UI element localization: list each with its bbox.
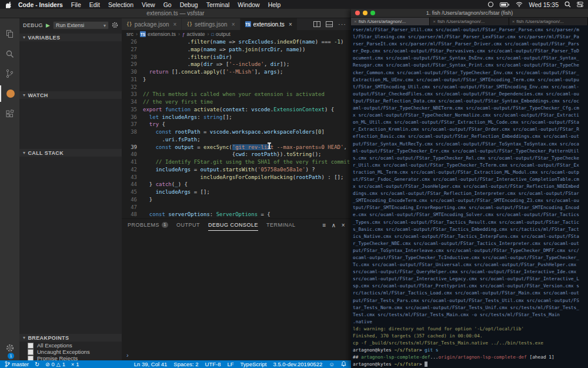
wifi-icon[interactable] (516, 2, 523, 7)
misc-indicator[interactable]: ×1 (71, 361, 79, 367)
section-header-variables[interactable]: ▾VARIABLES (19, 34, 122, 41)
tab-extension-ts[interactable]: TSextension.ts× (240, 18, 298, 30)
tab-package-json[interactable]: {}package.json× (122, 18, 182, 30)
terminal-line: .native (353, 319, 586, 326)
status-item-utf-8[interactable]: UTF-8 (205, 361, 221, 367)
terminal-tab-1[interactable]: ×fish /Users/artagnon/... (351, 18, 430, 25)
spotlight-icon[interactable] (564, 1, 571, 8)
sync-button[interactable]: ↻ (35, 361, 39, 367)
sidebar-title: DEBUG (23, 22, 43, 28)
menu-item-selection[interactable]: Selection (104, 1, 138, 8)
toggle-panel-icon[interactable] (326, 19, 333, 29)
checkbox[interactable] (28, 343, 34, 349)
section-header-breakpoints[interactable]: ▾BREAKPOINTS (19, 334, 122, 342)
close-icon[interactable]: × (433, 19, 436, 24)
editor-tabbar: {}package.json×{}settings.json×TSextensi… (122, 18, 351, 30)
more-actions-icon[interactable]: ··· (338, 21, 346, 28)
status-item-3-5-0-dev-20190522[interactable]: 3.5.0-dev.20190522 (273, 361, 322, 367)
configure-gear-icon[interactable] (112, 20, 118, 31)
close-icon[interactable]: × (354, 19, 357, 24)
breadcrumb-item-activate[interactable]: ƒactivate (182, 31, 205, 37)
breakpoint-item-all-exceptions[interactable]: All Exceptions (19, 342, 122, 349)
maximize-panel-icon[interactable]: ∧ (332, 222, 336, 228)
notification-center-icon[interactable] (577, 2, 583, 7)
debug-console[interactable]: › (122, 231, 351, 360)
source-control-icon[interactable] (0, 65, 19, 82)
line-number: 45 (122, 188, 143, 196)
git-branch-indicator[interactable]: master (5, 361, 29, 367)
menu-item-terminal[interactable]: Terminal (202, 1, 234, 8)
notifications-bell-icon[interactable] (341, 361, 346, 368)
breadcrumb-item-extension-ts[interactable]: TSextension.ts (140, 31, 176, 37)
close-icon[interactable]: × (512, 19, 515, 24)
menubar-clock[interactable]: Wed 15:35 (529, 1, 559, 8)
menu-item-help[interactable]: Help (264, 1, 285, 8)
vscode-titlebar[interactable]: extension.ts — vsfstar (0, 9, 351, 18)
status-item-typescript[interactable]: TypeScript (240, 361, 267, 367)
close-icon[interactable]: × (173, 21, 177, 28)
breakpoint-item-uncaught-exceptions[interactable]: Uncaught Exceptions (19, 349, 122, 355)
close-window-button[interactable] (355, 11, 360, 15)
checkbox[interactable] (28, 349, 34, 355)
menu-item-code-insiders[interactable]: Code - Insiders (14, 1, 67, 8)
terminal-tab-3[interactable]: ×fish /Users/artagnon/... (509, 18, 588, 25)
minimize-window-button[interactable] (363, 11, 368, 15)
line-number: 34 (122, 98, 143, 106)
tab-settings-json[interactable]: {}settings.json× (182, 18, 240, 30)
split-editor-icon[interactable] (313, 19, 320, 29)
settings-gear-icon[interactable] (0, 344, 19, 352)
menu-extra-icon[interactable] (487, 1, 494, 8)
debug-console-prompt[interactable]: › (126, 352, 129, 359)
terminal-output[interactable]: rser/ml/FStar_Parser_Util.cmx src/ocaml-… (351, 25, 588, 368)
apple-menu-icon[interactable] (6, 1, 12, 8)
macos-menubar: Code - InsidersFileEditSelectionViewGoDe… (0, 0, 588, 9)
status-item-lf[interactable]: LF (228, 361, 234, 367)
menu-item-edit[interactable]: Edit (85, 1, 104, 8)
terminal-line: ld: warning: directory not found for opt… (353, 326, 586, 333)
filter-icon[interactable]: ≡ (322, 222, 326, 228)
status-item-ln-39-col-41[interactable]: Ln 39, Col 41 (134, 361, 168, 367)
debug-config-dropdown[interactable]: Run Extensi ▾ (53, 21, 109, 29)
terminal-line: r_TypeChecker_NBE.cmx src/ocaml-output/F… (353, 240, 586, 247)
menu-item-go[interactable]: Go (159, 1, 176, 8)
terminal-tab-2[interactable]: ×fish /Users/artagnon/... (430, 18, 509, 25)
zoom-window-button[interactable] (370, 11, 375, 15)
search-icon[interactable] (0, 45, 19, 62)
section-header-call-stack[interactable]: ▾CALL STACK (19, 149, 122, 157)
close-icon[interactable]: × (232, 21, 235, 28)
explorer-icon[interactable] (0, 25, 19, 42)
close-panel-icon[interactable]: × (342, 222, 345, 228)
breadcrumb-item-output[interactable]: □output (212, 31, 230, 37)
terminal-line: ut/FStar_Fsdoc_Generator.cmx src/ocaml-o… (353, 176, 586, 183)
file-type-icon: {} (186, 22, 192, 27)
terminal-line: cp -f _build/src/tests/ml/FStar_Tests_Ma… (353, 340, 586, 347)
battery-icon[interactable] (500, 2, 510, 7)
panel-tab-debug-console[interactable]: DEBUG CONSOLE (208, 219, 258, 231)
menu-item-window[interactable]: Window (233, 1, 263, 8)
menu-item-debug[interactable]: Debug (176, 1, 202, 8)
editor-lines: 26 .filter(name => srcExcludes.indexOf(n… (122, 38, 351, 218)
breakpoint-item-promise-rejects[interactable]: Promise Rejects (19, 355, 122, 360)
status-item-spaces-2[interactable]: Spaces: 2 (173, 361, 198, 367)
start-debugging-button[interactable]: ▶ (46, 22, 50, 28)
debug-icon[interactable] (0, 85, 19, 102)
terminal-line: sp.cmx src/ocaml-output/FStar_Prettyprin… (353, 283, 586, 290)
problems-indicator[interactable]: ⊘0 △1 (45, 361, 65, 367)
terminal-titlebar[interactable]: 1. fish /Users/artagnon/src/fstar (fish) (351, 9, 588, 18)
code-line: 46 } (122, 196, 351, 204)
section-header-watch[interactable]: ▾WATCH (19, 91, 122, 99)
code-line: 34// the very first time (122, 98, 351, 106)
checkbox[interactable] (28, 356, 34, 361)
code-editor[interactable]: 26 .filter(name => srcExcludes.indexOf(n… (122, 38, 351, 218)
close-icon[interactable]: × (289, 21, 292, 28)
terminal-line: eflection_Basic.cmx src/ocaml-output/FSt… (353, 133, 586, 140)
terminal-line: r_Extraction_Kremlin.cmx src/ocaml-outpu… (353, 126, 586, 133)
panel-tab-problems[interactable]: PROBLEMS1 (128, 219, 168, 231)
panel-tab-output[interactable]: OUTPUT (176, 219, 200, 231)
breadcrumb-item-src[interactable]: src (126, 31, 133, 37)
menu-item-view[interactable]: View (138, 1, 159, 8)
feedback-smiley-icon[interactable]: ☺ (329, 361, 335, 367)
menu-item-file[interactable]: File (67, 1, 85, 8)
panel-tab-terminal[interactable]: TERMINAL (266, 219, 296, 231)
extensions-icon[interactable] (0, 105, 19, 122)
